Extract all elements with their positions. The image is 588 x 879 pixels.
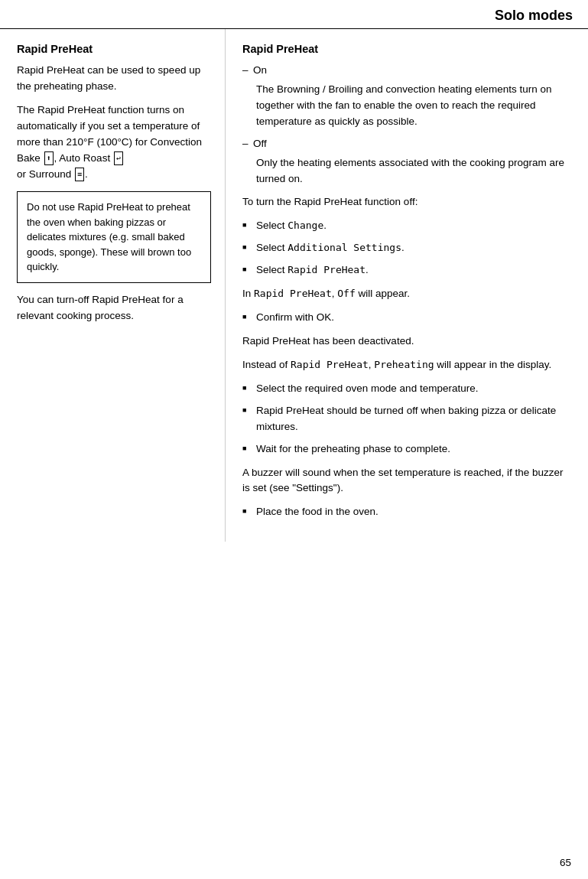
left-para3: You can turn-off Rapid PreHeat for a rel…	[17, 292, 211, 324]
confirm-step: Confirm with OK.	[242, 310, 571, 326]
on-off-list: On The Browning / Broiling and convectio…	[242, 63, 571, 187]
extra-steps-list: Select the required oven mode and temper…	[242, 381, 571, 457]
auto-roast-icon: ↩	[114, 151, 123, 165]
step-1: Select Change.	[242, 218, 571, 234]
confirm-list: Confirm with OK.	[242, 310, 571, 326]
right-section-title: Rapid PreHeat	[242, 43, 571, 55]
content-wrapper: Rapid PreHeat Rapid PreHeat can be used …	[0, 29, 588, 542]
surround-icon: ≡	[75, 168, 84, 181]
off-item: Off Only the heating elements associated…	[242, 136, 571, 187]
steps-list: Select Change. Select Additional Setting…	[242, 218, 571, 278]
deactivated-text: Rapid PreHeat has been deactivated.	[242, 334, 571, 350]
left-column: Rapid PreHeat Rapid PreHeat can be used …	[0, 29, 226, 542]
left-para1: Rapid PreHeat can be used to speed up th…	[17, 63, 211, 95]
page-number: 65	[560, 857, 571, 868]
place-food-list: Place the food in the oven.	[242, 504, 571, 520]
warning-box: Do not use Rapid PreHeat to preheat the …	[17, 191, 211, 283]
left-para2: The Rapid PreHeat function turns on auto…	[17, 103, 211, 183]
turn-off-intro: To turn the Rapid PreHeat function off:	[242, 194, 571, 210]
extra-step-2: Rapid PreHeat should be turned off when …	[242, 403, 571, 435]
extra-step-1: Select the required oven mode and temper…	[242, 381, 571, 397]
convection-bake-icon: ⬆	[44, 151, 54, 165]
buzzer-text: A buzzer will sound when the set tempera…	[242, 465, 571, 497]
on-item: On The Browning / Broiling and convectio…	[242, 63, 571, 130]
place-food-step: Place the food in the oven.	[242, 504, 571, 520]
instead-text: Instead of Rapid PreHeat, Preheating wil…	[242, 357, 571, 373]
step-2: Select Additional Settings.	[242, 240, 571, 256]
right-column: Rapid PreHeat On The Browning / Broiling…	[226, 29, 588, 542]
step-3: Select Rapid PreHeat.	[242, 262, 571, 278]
page-title: Solo modes	[0, 0, 588, 29]
in-rapid-preheat-text: In Rapid PreHeat, Off will appear.	[242, 286, 571, 302]
extra-step-3: Wait for the preheating phase to complet…	[242, 441, 571, 457]
left-section-title: Rapid PreHeat	[17, 43, 211, 55]
